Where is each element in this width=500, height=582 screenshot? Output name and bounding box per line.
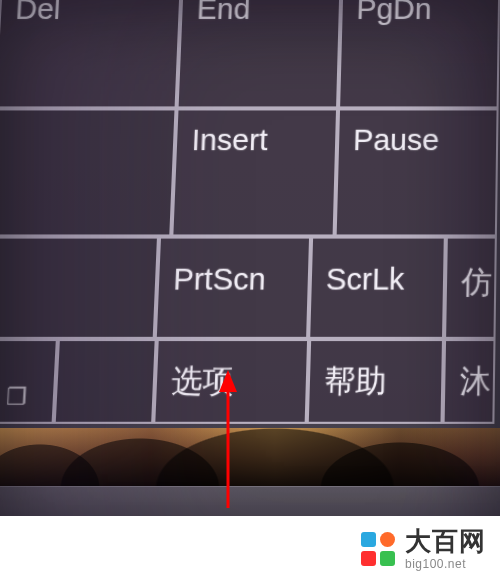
watermark-logo: 大百网 big100.net — [361, 528, 486, 570]
logo-title-cn: 大百网 — [405, 528, 486, 554]
logo-title-en: big100.net — [405, 558, 486, 570]
keyboard-row-1: Del End PgDn — [0, 0, 500, 108]
taskbar[interactable] — [0, 486, 500, 517]
key-label: Del — [15, 0, 62, 26]
key-label: Pause — [353, 123, 440, 158]
screenshot-scene: Del End PgDn Insert Pause PrtScn ScrLk 仿… — [0, 0, 500, 582]
logo-text: 大百网 big100.net — [405, 528, 486, 570]
key-label: 帮助 — [323, 360, 386, 404]
dock-icon: ❐ — [5, 383, 27, 411]
key-label: End — [196, 0, 251, 26]
key-label: Insert — [191, 123, 268, 158]
key-label: 沐 — [459, 360, 491, 404]
key-pgdn[interactable]: PgDn — [338, 0, 500, 108]
key-partial-right-2[interactable]: 沐 — [443, 339, 496, 424]
keyboard-row-4: ❐ 选项 帮助 沐 — [0, 339, 496, 424]
key-partial-right[interactable]: 仿 — [444, 237, 497, 339]
key-blank[interactable] — [0, 237, 159, 339]
key-label: ScrLk — [325, 261, 404, 296]
key-insert[interactable]: Insert — [172, 108, 338, 236]
key-pause[interactable]: Pause — [334, 108, 498, 236]
key-label: PgDn — [356, 0, 432, 26]
key-blank[interactable] — [0, 108, 177, 236]
mountain-silhouette — [0, 428, 500, 488]
logo-icon — [361, 532, 395, 566]
key-label: 仿 — [461, 261, 492, 304]
desktop-wallpaper-strip — [0, 428, 500, 488]
key-prtscn[interactable]: PrtScn — [155, 237, 311, 339]
key-del[interactable]: Del — [0, 0, 182, 108]
key-dock[interactable]: ❐ — [0, 339, 58, 424]
key-label: 选项 — [170, 360, 234, 404]
keyboard-row-2: Insert Pause — [0, 108, 499, 236]
key-help[interactable]: 帮助 — [306, 339, 444, 424]
key-blank[interactable] — [54, 339, 156, 424]
keyboard-row-3: PrtScn ScrLk 仿 — [0, 237, 497, 339]
watermark-footer: 大百网 big100.net — [0, 516, 500, 582]
key-label: PrtScn — [173, 261, 267, 296]
key-scrlk[interactable]: ScrLk — [308, 237, 446, 339]
key-end[interactable]: End — [177, 0, 341, 108]
key-options[interactable]: 选项 — [153, 339, 309, 424]
on-screen-keyboard: Del End PgDn Insert Pause PrtScn ScrLk 仿… — [0, 0, 500, 466]
